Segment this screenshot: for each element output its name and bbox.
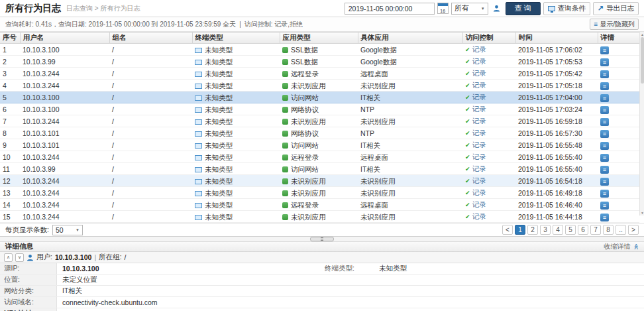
table-row[interactable]: 810.10.3.101/未知类型网络协议NTP✔记录2019-11-05 16…: [0, 127, 639, 139]
detail-icon[interactable]: ≡: [600, 58, 609, 66]
table-row[interactable]: 1410.10.3.244/未知类型远程登录远程桌面✔记录2019-11-05 …: [0, 199, 639, 211]
table-row[interactable]: 610.10.3.100/未知类型网络协议NTP✔记录2019-11-05 17…: [0, 103, 639, 115]
detail-icon[interactable]: ≡: [600, 142, 609, 150]
cell-no: 7: [0, 115, 20, 127]
detail-icon[interactable]: ≡: [600, 82, 609, 90]
cell-time: 2019-11-05 16:49:18: [515, 187, 598, 199]
prev-record-button[interactable]: ∧: [4, 253, 13, 262]
user-filter-select[interactable]: 所有 ▼: [451, 3, 488, 15]
details-title: 详细信息: [5, 242, 33, 251]
cell-no: 15: [0, 211, 20, 223]
detail-icon[interactable]: ≡: [600, 46, 609, 54]
page-button[interactable]: 6: [578, 225, 588, 235]
page-button[interactable]: 5: [565, 225, 576, 235]
vertical-scrollbar[interactable]: ▲ ▼: [639, 32, 644, 216]
table-row[interactable]: 210.10.3.99/未知类型SSL数据Google数据✔记录2019-11-…: [0, 56, 639, 68]
app-type-icon: [282, 83, 288, 89]
cell-terminal: 未知类型: [192, 127, 280, 139]
page-button[interactable]: 3: [540, 225, 551, 235]
column-header[interactable]: 具体应用: [358, 32, 462, 44]
next-page-button[interactable]: >: [628, 225, 639, 235]
app-type-icon: [282, 202, 288, 208]
app-type-icon: [282, 190, 288, 196]
terminal-icon: [195, 95, 202, 101]
cell-access-control: ✔记录: [462, 103, 515, 115]
cell-app: IT相关: [358, 139, 462, 151]
terminal-icon: [195, 131, 202, 137]
show-hide-columns-button[interactable]: ≡ 显示/隐藏列: [590, 19, 639, 30]
cell-app: 远程桌面: [358, 68, 462, 80]
scrollbar-thumb[interactable]: [641, 37, 644, 84]
cell-app-type: 网络协议: [280, 127, 358, 139]
scroll-down-arrow[interactable]: ▼: [640, 210, 644, 216]
table-row[interactable]: 1110.10.3.99/未知类型访问网站IT相关✔记录2019-11-05 1…: [0, 163, 639, 175]
column-header[interactable]: 用户名: [20, 32, 109, 44]
page-button[interactable]: 8: [603, 225, 614, 235]
detail-icon[interactable]: ≡: [600, 214, 609, 221]
detail-icon[interactable]: ≡: [600, 154, 609, 162]
detail-icon[interactable]: ≡: [600, 202, 609, 210]
cell-terminal: 未知类型: [192, 115, 280, 127]
next-record-button[interactable]: ∨: [15, 253, 24, 262]
user-picker-button[interactable]: [491, 3, 503, 15]
table-row[interactable]: 710.10.3.244/未知类型未识别应用未识别应用✔记录2019-11-05…: [0, 115, 639, 127]
cell-detail: ≡: [598, 199, 639, 211]
detail-icon[interactable]: ≡: [600, 178, 609, 186]
table-row[interactable]: 110.10.3.100/未知类型SSL数据Google数据✔记录2019-11…: [0, 44, 639, 56]
page-button[interactable]: 2: [527, 225, 538, 235]
scroll-up-arrow[interactable]: ▲: [640, 32, 644, 37]
prev-page-button[interactable]: <: [502, 225, 513, 235]
column-header[interactable]: 详情: [598, 32, 639, 44]
cell-group: /: [109, 211, 192, 223]
column-header[interactable]: 终端类型: [192, 32, 280, 44]
detail-icon[interactable]: ≡: [600, 190, 609, 198]
collapse-details-label: 收缩详情: [604, 242, 631, 251]
table-row[interactable]: 410.10.3.244/未知类型未识别应用未识别应用✔记录2019-11-05…: [0, 80, 639, 92]
cell-time: 2019-11-05 16:55:48: [515, 139, 598, 151]
detail-icon[interactable]: ≡: [600, 130, 609, 138]
date-input[interactable]: 2019-11-05 00:00:00: [345, 3, 435, 15]
table-row[interactable]: 310.10.3.244/未知类型远程登录远程桌面✔记录2019-11-05 1…: [0, 68, 639, 80]
collapse-details-button[interactable]: 收缩详情 ≫: [604, 242, 639, 251]
detail-icon[interactable]: ≡: [600, 94, 609, 102]
app-root: 所有行为日志 日志查询 > 所有行为日志 2019-11-05 00:00:00…: [0, 0, 644, 311]
cell-app-type: 访问网站: [280, 163, 358, 175]
detail-icon[interactable]: ≡: [600, 166, 609, 174]
query-conditions-button[interactable]: 查询条件: [543, 2, 590, 15]
table-row[interactable]: 510.10.3.100/未知类型访问网站IT相关✔记录2019-11-05 1…: [0, 92, 639, 103]
detail-icon[interactable]: ≡: [600, 70, 609, 78]
table-row[interactable]: 910.10.3.101/未知类型访问网站IT相关✔记录2019-11-05 1…: [0, 139, 639, 151]
detail-icon[interactable]: ≡: [600, 118, 609, 126]
export-log-button[interactable]: ↗ 导出日志: [593, 2, 639, 15]
table-row[interactable]: 1510.10.3.244/未知类型未识别应用未识别应用✔记录2019-11-0…: [0, 211, 639, 223]
cell-group: /: [109, 44, 192, 56]
calendar-icon[interactable]: 16: [437, 3, 449, 14]
column-header[interactable]: 组名: [109, 32, 192, 44]
cell-time: 2019-11-05 16:57:30: [515, 127, 598, 139]
cell-user: 10.10.3.244: [20, 187, 109, 199]
table-header-row: 序号用户名组名终端类型应用类型具体应用访问控制时间详情: [0, 32, 639, 44]
column-header[interactable]: 访问控制: [462, 32, 515, 44]
cell-detail: ≡: [598, 56, 639, 68]
query-button[interactable]: 查 询: [506, 2, 541, 15]
table-row[interactable]: 1010.10.3.244/未知类型远程登录远程桌面✔记录2019-11-05 …: [0, 151, 639, 163]
table-row[interactable]: 1310.10.3.244/未知类型未识别应用未识别应用✔记录2019-11-0…: [0, 187, 639, 199]
page-button[interactable]: 1: [515, 225, 525, 235]
cell-no: 6: [0, 103, 20, 115]
terminal-icon: [195, 203, 202, 208]
splitter-handle[interactable]: [310, 237, 334, 241]
terminal-icon: [195, 84, 202, 89]
table-row[interactable]: 1210.10.3.244/未知类型未识别应用未识别应用✔记录2019-11-0…: [0, 175, 639, 187]
column-header[interactable]: 应用类型: [280, 32, 358, 44]
page-ellipsis[interactable]: ..: [616, 225, 626, 235]
page-button[interactable]: 4: [553, 225, 563, 235]
export-log-label: 导出日志: [606, 4, 634, 13]
column-header[interactable]: 时间: [515, 32, 598, 44]
detail-icon[interactable]: ≡: [600, 106, 609, 114]
cell-no: 1: [0, 44, 20, 56]
cell-user: 10.10.3.244: [20, 175, 109, 187]
column-header[interactable]: 序号: [0, 32, 20, 44]
per-page-select[interactable]: 50 ▼: [52, 225, 83, 235]
page-button[interactable]: 7: [590, 225, 601, 235]
per-page-value: 50: [56, 226, 64, 234]
